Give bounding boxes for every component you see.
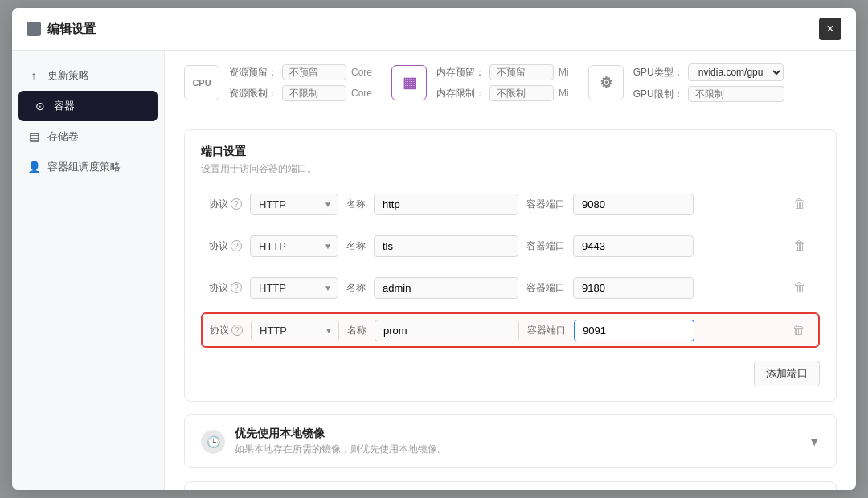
- sidebar-item-container-label: 容器: [54, 99, 75, 113]
- port-name-input-2[interactable]: [374, 277, 518, 299]
- port-name-input-3[interactable]: [375, 320, 519, 341]
- sidebar-item-update-policy[interactable]: ↑ 更新策略: [12, 60, 164, 91]
- protocol-select-3[interactable]: HTTP: [251, 320, 339, 341]
- container-icon: ⊙: [33, 99, 47, 113]
- port-row-3: 协议 ? HTTP ▼ 名称 容器端口 🗑: [201, 312, 820, 348]
- chevron-down-icon: ▼: [809, 435, 820, 448]
- delete-port-btn-3[interactable]: 🗑: [787, 318, 811, 342]
- port-number-input-0[interactable]: [573, 194, 694, 215]
- port-number-input-1[interactable]: [573, 235, 694, 257]
- local-image-icon: 🕒: [201, 430, 225, 454]
- gpu-group: ⚙ GPU类型： nvidia.com/gpu GPU限制：: [588, 63, 784, 102]
- modal-title-text: 编辑设置: [47, 22, 96, 37]
- resource-row: CPU 资源预留： Core 资源限制： Core: [184, 63, 837, 115]
- protocol-help-icon-0[interactable]: ?: [231, 198, 242, 210]
- port-section-title: 端口设置: [201, 145, 820, 159]
- sidebar-item-update-policy-label: 更新策略: [47, 68, 89, 83]
- protocol-help-icon-1[interactable]: ?: [231, 240, 242, 251]
- memory-fields: 内存预留： Mi 内存限制： Mi: [436, 64, 569, 101]
- local-image-section[interactable]: 🕒 优先使用本地镜像 如果本地存在所需的镜像，则优先使用本地镜像。 ▼: [184, 414, 837, 468]
- gpu-limit-row: GPU限制：: [633, 86, 784, 102]
- container-port-label-1: 容器端口: [526, 239, 565, 253]
- sidebar-item-scheduling-label: 容器组调度策略: [47, 160, 121, 174]
- protocol-label-3: 协议 ?: [210, 324, 243, 337]
- memory-limit-row: 内存限制： Mi: [436, 85, 569, 101]
- memory-reserve-input[interactable]: [489, 64, 554, 80]
- cpu-icon-box: CPU: [184, 65, 219, 100]
- cpu-reserve-label: 资源预留：: [229, 66, 277, 80]
- port-number-input-2[interactable]: [573, 277, 694, 299]
- gpu-limit-label: GPU限制：: [633, 88, 683, 101]
- port-row-0: 协议 ? HTTP ▼ 名称 容器端口 🗑: [201, 187, 820, 221]
- add-port-label: 添加端口: [766, 366, 808, 381]
- sidebar-item-container[interactable]: ⊙ 容器: [18, 91, 158, 121]
- close-icon: ×: [826, 22, 833, 36]
- port-row-2: 协议 ? HTTP ▼ 名称 容器端口 🗑: [201, 271, 820, 304]
- gpu-icon: ⚙: [600, 74, 612, 92]
- port-actions: 添加端口: [201, 356, 820, 386]
- sidebar-item-storage-label: 存储卷: [47, 129, 79, 144]
- cpu-limit-row: 资源限制： Core: [229, 85, 372, 101]
- modal: 编辑设置 × ↑ 更新策略 ⊙ 容器 ▤ 存储卷: [12, 8, 856, 490]
- gpu-type-label: GPU类型：: [633, 66, 683, 80]
- local-image-desc: 如果本地存在所需的镜像，则优先使用本地镜像。: [235, 443, 447, 456]
- protocol-help-icon-3[interactable]: ?: [231, 325, 243, 336]
- protocol-select-2[interactable]: HTTP: [250, 277, 338, 299]
- memory-group: ▦ 内存预留： Mi 内存限制： Mi: [391, 64, 569, 101]
- storage-icon: ▤: [27, 129, 41, 144]
- port-row-1: 协议 ? HTTP ▼ 名称 容器端口 🗑: [201, 229, 820, 263]
- gpu-type-row: GPU类型： nvidia.com/gpu: [633, 63, 784, 81]
- delete-port-btn-1[interactable]: 🗑: [788, 234, 812, 258]
- delete-port-btn-2[interactable]: 🗑: [788, 276, 812, 300]
- cpu-limit-input[interactable]: [282, 85, 346, 101]
- protocol-label-2: 协议 ?: [209, 281, 242, 295]
- local-image-text: 优先使用本地镜像 如果本地存在所需的镜像，则优先使用本地镜像。: [235, 427, 447, 456]
- port-number-input-3[interactable]: [574, 320, 694, 341]
- protocol-select-1[interactable]: HTTP: [250, 235, 338, 257]
- local-image-title: 优先使用本地镜像: [235, 427, 447, 441]
- protocol-select-wrap-2: HTTP ▼: [250, 277, 338, 299]
- container-port-label-2: 容器端口: [526, 281, 565, 295]
- cpu-fields: 资源预留： Core 资源限制： Core: [229, 64, 372, 101]
- clock-icon: 🕒: [207, 435, 220, 448]
- cpu-limit-unit: Core: [351, 88, 372, 99]
- container-port-label-3: 容器端口: [527, 324, 566, 337]
- cpu-reserve-input[interactable]: [282, 64, 346, 80]
- delete-port-btn-0[interactable]: 🗑: [788, 192, 812, 216]
- memory-chip-icon: ▦: [403, 74, 416, 92]
- cpu-group: CPU 资源预留： Core 资源限制： Core: [184, 64, 372, 101]
- close-button[interactable]: ×: [819, 18, 841, 40]
- port-section-desc: 设置用于访问容器的端口。: [201, 162, 820, 176]
- protocol-help-icon-2[interactable]: ?: [231, 282, 242, 293]
- scheduling-icon: 👤: [27, 160, 41, 174]
- sidebar: ↑ 更新策略 ⊙ 容器 ▤ 存储卷 👤 容器组调度策略: [12, 51, 165, 490]
- port-settings-section: 端口设置 设置用于访问容器的端口。 协议 ? HTTP ▼: [184, 129, 837, 402]
- port-name-input-0[interactable]: [374, 194, 518, 215]
- name-label-2: 名称: [346, 281, 366, 295]
- sidebar-item-scheduling[interactable]: 👤 容器组调度策略: [12, 152, 164, 182]
- port-name-input-1[interactable]: [374, 235, 518, 257]
- memory-reserve-row: 内存预留： Mi: [436, 64, 569, 80]
- protocol-select-wrap-3: HTTP ▼: [251, 320, 339, 341]
- main-content: CPU 资源预留： Core 资源限制： Core: [165, 51, 856, 490]
- modal-overlay: 编辑设置 × ↑ 更新策略 ⊙ 容器 ▤ 存储卷: [0, 0, 868, 498]
- cpu-reserve-unit: Core: [351, 67, 372, 78]
- memory-reserve-unit: Mi: [559, 67, 569, 78]
- protocol-select-0[interactable]: HTTP: [250, 194, 338, 215]
- memory-limit-input[interactable]: [489, 85, 554, 101]
- modal-title: 编辑设置: [27, 22, 96, 37]
- gpu-type-select[interactable]: nvidia.com/gpu: [688, 63, 784, 81]
- update-policy-icon: ↑: [27, 68, 41, 83]
- name-label-0: 名称: [346, 198, 366, 211]
- cpu-label: CPU: [192, 78, 211, 88]
- protocol-select-wrap-1: HTTP ▼: [250, 235, 338, 257]
- add-port-button[interactable]: 添加端口: [754, 361, 820, 386]
- cpu-reserve-row: 资源预留： Core: [229, 64, 372, 80]
- protocol-label-0: 协议 ?: [209, 198, 242, 211]
- gpu-icon-box: ⚙: [588, 65, 624, 100]
- sidebar-item-storage[interactable]: ▤ 存储卷: [12, 121, 164, 152]
- gpu-limit-input[interactable]: [688, 86, 784, 102]
- cpu-limit-label: 资源限制：: [229, 87, 277, 100]
- modal-body: ↑ 更新策略 ⊙ 容器 ▤ 存储卷 👤 容器组调度策略: [12, 51, 856, 490]
- memory-limit-label: 内存限制：: [436, 87, 485, 100]
